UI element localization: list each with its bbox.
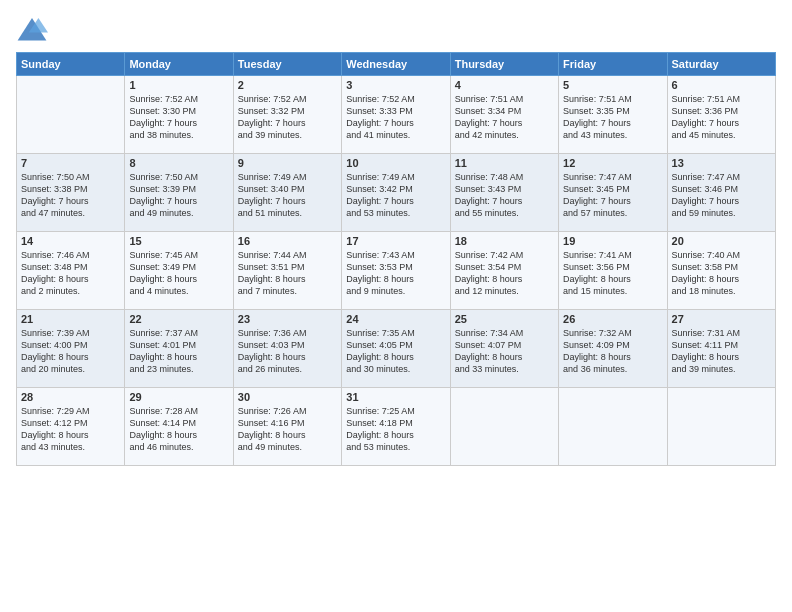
day-info: Sunrise: 7:37 AMSunset: 4:01 PMDaylight:… (129, 327, 228, 376)
day-number: 29 (129, 391, 228, 403)
calendar-cell: 31Sunrise: 7:25 AMSunset: 4:18 PMDayligh… (342, 388, 450, 466)
calendar-cell: 11Sunrise: 7:48 AMSunset: 3:43 PMDayligh… (450, 154, 558, 232)
calendar-cell: 1Sunrise: 7:52 AMSunset: 3:30 PMDaylight… (125, 76, 233, 154)
day-number: 11 (455, 157, 554, 169)
day-info: Sunrise: 7:40 AMSunset: 3:58 PMDaylight:… (672, 249, 771, 298)
day-number: 27 (672, 313, 771, 325)
logo (16, 16, 50, 44)
calendar-cell: 21Sunrise: 7:39 AMSunset: 4:00 PMDayligh… (17, 310, 125, 388)
header (16, 12, 776, 44)
calendar-cell: 2Sunrise: 7:52 AMSunset: 3:32 PMDaylight… (233, 76, 341, 154)
day-number: 20 (672, 235, 771, 247)
day-number: 30 (238, 391, 337, 403)
logo-icon (16, 16, 48, 44)
calendar-cell: 3Sunrise: 7:52 AMSunset: 3:33 PMDaylight… (342, 76, 450, 154)
day-info: Sunrise: 7:52 AMSunset: 3:33 PMDaylight:… (346, 93, 445, 142)
calendar-cell: 6Sunrise: 7:51 AMSunset: 3:36 PMDaylight… (667, 76, 775, 154)
day-info: Sunrise: 7:46 AMSunset: 3:48 PMDaylight:… (21, 249, 120, 298)
day-number: 10 (346, 157, 445, 169)
day-number: 26 (563, 313, 662, 325)
calendar-cell: 22Sunrise: 7:37 AMSunset: 4:01 PMDayligh… (125, 310, 233, 388)
day-number: 1 (129, 79, 228, 91)
day-number: 15 (129, 235, 228, 247)
calendar-cell (559, 388, 667, 466)
day-info: Sunrise: 7:47 AMSunset: 3:45 PMDaylight:… (563, 171, 662, 220)
day-info: Sunrise: 7:35 AMSunset: 4:05 PMDaylight:… (346, 327, 445, 376)
header-day-thursday: Thursday (450, 53, 558, 76)
calendar-cell (17, 76, 125, 154)
calendar-cell: 5Sunrise: 7:51 AMSunset: 3:35 PMDaylight… (559, 76, 667, 154)
day-number: 31 (346, 391, 445, 403)
day-info: Sunrise: 7:39 AMSunset: 4:00 PMDaylight:… (21, 327, 120, 376)
day-info: Sunrise: 7:51 AMSunset: 3:34 PMDaylight:… (455, 93, 554, 142)
calendar-cell: 4Sunrise: 7:51 AMSunset: 3:34 PMDaylight… (450, 76, 558, 154)
day-info: Sunrise: 7:36 AMSunset: 4:03 PMDaylight:… (238, 327, 337, 376)
day-number: 22 (129, 313, 228, 325)
header-day-saturday: Saturday (667, 53, 775, 76)
day-number: 25 (455, 313, 554, 325)
day-number: 4 (455, 79, 554, 91)
week-row-2: 7Sunrise: 7:50 AMSunset: 3:38 PMDaylight… (17, 154, 776, 232)
calendar-cell: 24Sunrise: 7:35 AMSunset: 4:05 PMDayligh… (342, 310, 450, 388)
header-day-friday: Friday (559, 53, 667, 76)
day-info: Sunrise: 7:29 AMSunset: 4:12 PMDaylight:… (21, 405, 120, 454)
day-info: Sunrise: 7:49 AMSunset: 3:42 PMDaylight:… (346, 171, 445, 220)
week-row-4: 21Sunrise: 7:39 AMSunset: 4:00 PMDayligh… (17, 310, 776, 388)
week-row-5: 28Sunrise: 7:29 AMSunset: 4:12 PMDayligh… (17, 388, 776, 466)
calendar-cell: 23Sunrise: 7:36 AMSunset: 4:03 PMDayligh… (233, 310, 341, 388)
calendar-table: SundayMondayTuesdayWednesdayThursdayFrid… (16, 52, 776, 466)
day-info: Sunrise: 7:51 AMSunset: 3:36 PMDaylight:… (672, 93, 771, 142)
calendar-body: 1Sunrise: 7:52 AMSunset: 3:30 PMDaylight… (17, 76, 776, 466)
day-info: Sunrise: 7:52 AMSunset: 3:30 PMDaylight:… (129, 93, 228, 142)
day-number: 8 (129, 157, 228, 169)
calendar-cell: 26Sunrise: 7:32 AMSunset: 4:09 PMDayligh… (559, 310, 667, 388)
day-info: Sunrise: 7:50 AMSunset: 3:39 PMDaylight:… (129, 171, 228, 220)
day-number: 2 (238, 79, 337, 91)
calendar-cell: 12Sunrise: 7:47 AMSunset: 3:45 PMDayligh… (559, 154, 667, 232)
day-number: 7 (21, 157, 120, 169)
day-info: Sunrise: 7:41 AMSunset: 3:56 PMDaylight:… (563, 249, 662, 298)
header-day-sunday: Sunday (17, 53, 125, 76)
calendar-cell: 28Sunrise: 7:29 AMSunset: 4:12 PMDayligh… (17, 388, 125, 466)
day-number: 17 (346, 235, 445, 247)
calendar-cell (450, 388, 558, 466)
calendar-cell: 10Sunrise: 7:49 AMSunset: 3:42 PMDayligh… (342, 154, 450, 232)
day-info: Sunrise: 7:51 AMSunset: 3:35 PMDaylight:… (563, 93, 662, 142)
week-row-3: 14Sunrise: 7:46 AMSunset: 3:48 PMDayligh… (17, 232, 776, 310)
day-number: 14 (21, 235, 120, 247)
calendar-cell: 30Sunrise: 7:26 AMSunset: 4:16 PMDayligh… (233, 388, 341, 466)
day-number: 24 (346, 313, 445, 325)
day-number: 6 (672, 79, 771, 91)
calendar-cell: 29Sunrise: 7:28 AMSunset: 4:14 PMDayligh… (125, 388, 233, 466)
day-number: 5 (563, 79, 662, 91)
day-number: 16 (238, 235, 337, 247)
day-number: 9 (238, 157, 337, 169)
day-number: 28 (21, 391, 120, 403)
day-info: Sunrise: 7:45 AMSunset: 3:49 PMDaylight:… (129, 249, 228, 298)
header-day-wednesday: Wednesday (342, 53, 450, 76)
day-info: Sunrise: 7:44 AMSunset: 3:51 PMDaylight:… (238, 249, 337, 298)
calendar-cell: 20Sunrise: 7:40 AMSunset: 3:58 PMDayligh… (667, 232, 775, 310)
calendar-cell: 19Sunrise: 7:41 AMSunset: 3:56 PMDayligh… (559, 232, 667, 310)
day-number: 21 (21, 313, 120, 325)
calendar-cell: 18Sunrise: 7:42 AMSunset: 3:54 PMDayligh… (450, 232, 558, 310)
calendar-cell: 16Sunrise: 7:44 AMSunset: 3:51 PMDayligh… (233, 232, 341, 310)
calendar-cell: 8Sunrise: 7:50 AMSunset: 3:39 PMDaylight… (125, 154, 233, 232)
day-info: Sunrise: 7:48 AMSunset: 3:43 PMDaylight:… (455, 171, 554, 220)
week-row-1: 1Sunrise: 7:52 AMSunset: 3:30 PMDaylight… (17, 76, 776, 154)
header-row: SundayMondayTuesdayWednesdayThursdayFrid… (17, 53, 776, 76)
day-info: Sunrise: 7:50 AMSunset: 3:38 PMDaylight:… (21, 171, 120, 220)
header-day-tuesday: Tuesday (233, 53, 341, 76)
calendar-cell: 9Sunrise: 7:49 AMSunset: 3:40 PMDaylight… (233, 154, 341, 232)
calendar-cell: 7Sunrise: 7:50 AMSunset: 3:38 PMDaylight… (17, 154, 125, 232)
day-info: Sunrise: 7:31 AMSunset: 4:11 PMDaylight:… (672, 327, 771, 376)
day-info: Sunrise: 7:32 AMSunset: 4:09 PMDaylight:… (563, 327, 662, 376)
day-info: Sunrise: 7:25 AMSunset: 4:18 PMDaylight:… (346, 405, 445, 454)
day-number: 19 (563, 235, 662, 247)
day-number: 12 (563, 157, 662, 169)
calendar-cell: 14Sunrise: 7:46 AMSunset: 3:48 PMDayligh… (17, 232, 125, 310)
calendar-cell: 25Sunrise: 7:34 AMSunset: 4:07 PMDayligh… (450, 310, 558, 388)
day-info: Sunrise: 7:28 AMSunset: 4:14 PMDaylight:… (129, 405, 228, 454)
day-number: 18 (455, 235, 554, 247)
calendar-cell (667, 388, 775, 466)
